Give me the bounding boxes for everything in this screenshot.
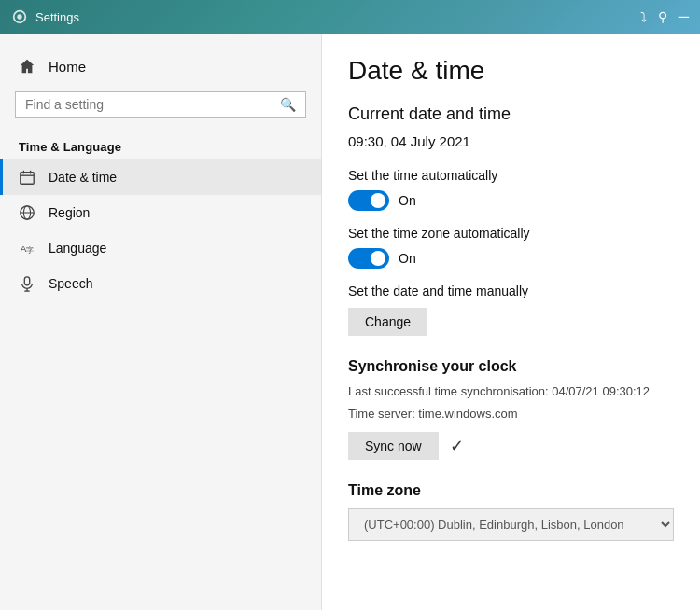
sidebar-item-home[interactable]: Home — [0, 49, 321, 84]
sidebar-section-label: Time & Language — [0, 132, 321, 159]
titlebar-controls: ⤵ ⚲ ─ — [640, 9, 689, 24]
sidebar: Home 🔍 Time & Language Date & time — [0, 34, 322, 610]
calendar-icon — [19, 169, 35, 186]
set-time-auto-toggle[interactable] — [348, 190, 389, 211]
sidebar-item-region-label: Region — [49, 205, 90, 220]
set-timezone-auto-toggle[interactable] — [348, 248, 389, 269]
app-body: Home 🔍 Time & Language Date & time — [0, 34, 700, 610]
titlebar-title: Settings — [35, 10, 79, 24]
search-icon: 🔍 — [280, 97, 296, 112]
set-time-auto-label: Set the time automatically — [348, 168, 674, 183]
search-input[interactable] — [25, 97, 280, 112]
timezone-dropdown[interactable]: (UTC+00:00) Dublin, Edinburgh, Lisbon, L… — [348, 508, 674, 541]
settings-gear-icon — [11, 8, 28, 25]
set-time-auto-toggle-row: On — [348, 190, 674, 211]
sync-checkmark-icon: ✓ — [450, 436, 464, 456]
timezone-section-title: Time zone — [348, 482, 674, 499]
sync-section-title: Synchronise your clock — [348, 358, 674, 375]
sidebar-item-language[interactable]: A 字 Language — [0, 230, 321, 266]
set-timezone-auto-toggle-row: On — [348, 248, 674, 269]
sidebar-item-date-time-label: Date & time — [49, 170, 117, 185]
sync-server-label: Time server: time.windows.com — [348, 405, 674, 423]
minimize-icon[interactable]: ─ — [679, 9, 689, 24]
change-button[interactable]: Change — [348, 308, 427, 336]
svg-text:字: 字 — [26, 246, 34, 255]
sync-now-button[interactable]: Sync now — [348, 432, 439, 460]
pin-icon[interactable]: ⚲ — [658, 9, 667, 24]
home-label: Home — [49, 59, 86, 75]
speech-icon — [19, 275, 35, 292]
set-time-auto-setting: Set the time automatically On — [348, 168, 674, 211]
set-timezone-auto-label: Set the time zone automatically — [348, 226, 674, 241]
set-time-auto-value: On — [399, 193, 416, 208]
sidebar-item-speech[interactable]: Speech — [0, 266, 321, 301]
main-panel: Date & time Current date and time 09:30,… — [322, 34, 700, 610]
titlebar-left: Settings — [11, 8, 79, 25]
arrow-down-icon[interactable]: ⤵ — [640, 9, 647, 24]
current-section-title: Current date and time — [348, 104, 674, 124]
sidebar-item-speech-label: Speech — [49, 276, 92, 291]
set-timezone-auto-setting: Set the time zone automatically On — [348, 226, 674, 269]
set-timezone-auto-value: On — [399, 251, 416, 266]
page-title: Date & time — [348, 56, 674, 86]
search-box[interactable]: 🔍 — [15, 91, 306, 118]
home-icon — [19, 58, 35, 75]
current-datetime: 09:30, 04 July 2021 — [348, 133, 674, 149]
sync-last-label: Last successful time synchronisation: 04… — [348, 382, 674, 401]
sidebar-item-date-time[interactable]: Date & time — [0, 159, 321, 195]
region-icon — [19, 204, 35, 221]
sidebar-item-language-label: Language — [49, 241, 106, 256]
set-manual-label: Set the date and time manually — [348, 284, 674, 298]
svg-rect-9 — [24, 277, 29, 285]
svg-rect-0 — [21, 173, 34, 185]
sync-row: Sync now ✓ — [348, 432, 674, 460]
language-icon: A 字 — [19, 240, 35, 256]
titlebar: Settings ⤵ ⚲ ─ — [0, 0, 700, 34]
sidebar-item-region[interactable]: Region — [0, 195, 321, 230]
